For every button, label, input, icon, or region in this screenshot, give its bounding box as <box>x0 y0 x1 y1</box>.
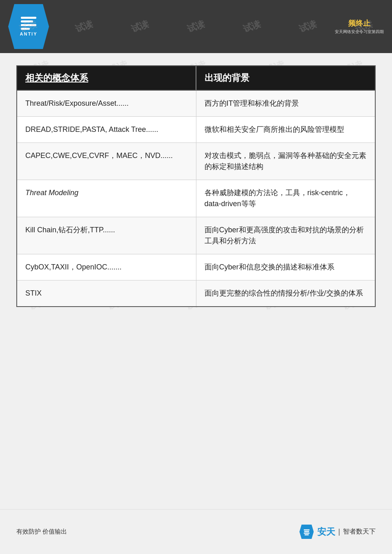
logo-text: ANTIY <box>20 31 38 36</box>
header-watermarks: 试读 试读 试读 试读 试读 试读 试读 <box>0 0 392 53</box>
cell-left-1: Threat/Risk/Exposure/Asset...... <box>17 91 196 116</box>
header: ANTIY 试读 试读 试读 试读 试读 试读 试读 频终止 安天网络安全令习室… <box>0 0 392 53</box>
cell-left-2: DREAD,STRIDE,PASTA, Attack Tree...... <box>17 117 196 142</box>
footer: 有效防护 价值输出 安天 | 智者数天下 <box>0 509 392 554</box>
footer-divider: | <box>338 527 340 536</box>
header-right-logo: 频终止 安天网络安全令习室第四期 <box>335 18 384 35</box>
main-content: 相关的概念体系 出现的背景 Threat/Risk/Exposure/Asset… <box>16 65 376 505</box>
cell-left-4: Threat Modeling <box>17 180 196 217</box>
col-right-header: 出现的背景 <box>196 66 375 91</box>
watermark-4: 试读 <box>185 18 207 35</box>
table-header: 相关的概念体系 出现的背景 <box>17 66 375 91</box>
table-row: Kill Chain,钻石分析,TTP...... 面向Cyber和更高强度的攻… <box>17 217 375 254</box>
col-left-header: 相关的概念体系 <box>17 66 196 91</box>
cell-left-7: STIX <box>17 280 196 306</box>
watermark-2: 试读 <box>74 18 95 35</box>
header-brand-name: 频终止 <box>348 18 370 28</box>
logo-lines <box>21 17 36 30</box>
header-sub-text: 安天网络安全令习室第四期 <box>335 29 384 35</box>
cell-left-3: CAPEC,CWE,CVE,CVRF，MAEC，NVD...... <box>17 143 196 180</box>
footer-right: 安天 | 智者数天下 <box>299 525 376 539</box>
cell-right-6: 面向Cyber和信息交换的描述和标准体系 <box>196 254 375 280</box>
logo: ANTIY <box>8 4 49 49</box>
table-row-threat-modeling: Threat Modeling 各种威胁建模的方法论，工具，risk-centr… <box>17 180 375 217</box>
logo-line-2 <box>21 20 33 22</box>
cell-right-4: 各种威胁建模的方法论，工具，risk-centric，data-driven等等 <box>196 180 375 217</box>
table-row: DREAD,STRIDE,PASTA, Attack Tree...... 微软… <box>17 117 375 143</box>
table-row: STIX 面向更完整的综合性的情报分析/作业/交换的体系 <box>17 280 375 306</box>
cell-left-6: CybOX,TAXII，OpenIOC....... <box>17 254 196 280</box>
footer-logo-svg <box>303 528 311 536</box>
logo-line-4 <box>21 28 30 30</box>
table-row: CybOX,TAXII，OpenIOC....... 面向Cyber和信息交换的… <box>17 254 375 280</box>
footer-brand-text2: 智者数天下 <box>343 527 376 536</box>
cell-right-3: 对攻击模式，脆弱点，漏洞等各种基础的安全元素的标定和描述结构 <box>196 143 375 180</box>
logo-line-3 <box>21 24 36 26</box>
watermark-3: 试读 <box>129 18 151 35</box>
cell-right-1: 西方的IT管理和标准化的背景 <box>196 91 375 116</box>
logo-line-1 <box>21 17 36 19</box>
cell-right-7: 面向更完整的综合性的情报分析/作业/交换的体系 <box>196 280 375 306</box>
concept-table: 相关的概念体系 出现的背景 Threat/Risk/Exposure/Asset… <box>16 65 376 307</box>
watermark-5: 试读 <box>241 18 263 35</box>
footer-left-text: 有效防护 价值输出 <box>16 528 67 536</box>
cell-right-2: 微软和相关安全厂商所推出的风险管理模型 <box>196 117 375 142</box>
footer-brand-antiy: 安天 <box>317 527 335 537</box>
watermark-6: 试读 <box>297 18 318 35</box>
footer-brand-text: 安天 <box>317 526 335 538</box>
table-row: CAPEC,CWE,CVE,CVRF，MAEC，NVD...... 对攻击模式，… <box>17 143 375 180</box>
cell-right-5: 面向Cyber和更高强度的攻击和对抗的场景的分析工具和分析方法 <box>196 217 375 254</box>
footer-logo-icon <box>299 525 314 539</box>
table-row: Threat/Risk/Exposure/Asset...... 西方的IT管理… <box>17 91 375 117</box>
cell-left-5: Kill Chain,钻石分析,TTP...... <box>17 217 196 254</box>
